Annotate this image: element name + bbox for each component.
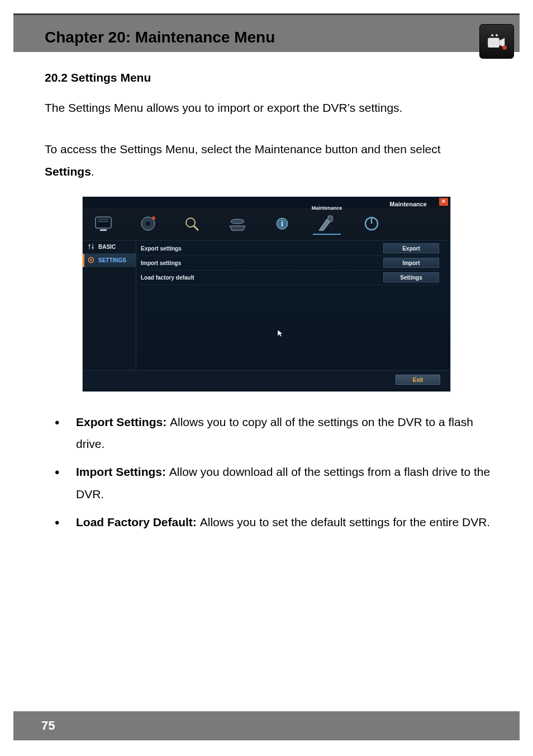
import-button[interactable]: Import (383, 258, 439, 268)
maintenance-icon[interactable]: Maintenance (313, 212, 341, 235)
svg-rect-5 (100, 229, 107, 231)
power-icon[interactable] (358, 212, 386, 235)
settings-rows: Export settings Export Import settings I… (136, 240, 450, 370)
p2-bold: Settings (45, 165, 91, 178)
document-page: Chapter 20: Maintenance Menu 20.2 Settin… (0, 0, 533, 756)
gear-icon (87, 256, 95, 264)
svg-point-1 (496, 34, 498, 36)
svg-point-20 (92, 247, 94, 249)
body-text: 20.2 Settings Menu The Settings Menu all… (13, 52, 520, 392)
svg-text:i: i (281, 219, 283, 228)
sidebar: BASIC SETTINGS (83, 240, 136, 370)
magnifier-icon[interactable] (179, 212, 207, 235)
p2-part-c: . (91, 165, 94, 178)
svg-point-11 (231, 219, 244, 224)
camera-icon (479, 24, 514, 59)
svg-point-19 (89, 245, 91, 247)
monitor-icon[interactable] (89, 212, 117, 235)
top-icon-row: i Maintenance (83, 208, 450, 240)
bullet-factory-term: Load Factory Default: (76, 516, 200, 528)
bullet-import-term: Import Settings: (76, 465, 169, 478)
svg-point-3 (502, 45, 507, 50)
sidebar-item-settings[interactable]: SETTINGS (83, 254, 136, 267)
maintenance-label: Maintenance (312, 204, 342, 213)
bullet-export: Export Settings: Allows you to copy all … (55, 411, 503, 456)
paragraph-2: To access the Settings Menu, select the … (45, 138, 488, 183)
bullet-import: Import Settings: Allow you download all … (55, 461, 503, 505)
svg-line-10 (194, 226, 198, 230)
sliders-icon (87, 243, 95, 251)
section-heading: 20.2 Settings Menu (45, 67, 488, 89)
svg-rect-14 (328, 216, 332, 221)
p2-part-a: To access the Settings Menu, select the … (45, 143, 441, 155)
content-area: BASIC SETTINGS Export settings Export (83, 240, 450, 370)
window-title: Maintenance (389, 199, 427, 210)
drive-icon[interactable] (223, 212, 251, 235)
svg-rect-2 (488, 38, 499, 48)
sidebar-item-basic[interactable]: BASIC (83, 240, 136, 254)
svg-point-7 (146, 221, 150, 226)
svg-point-9 (186, 218, 195, 227)
camera-record-icon[interactable] (134, 212, 162, 235)
row-factory-default: Load factory default Settings (141, 271, 439, 285)
svg-point-22 (91, 259, 92, 261)
svg-point-8 (152, 216, 155, 220)
export-button[interactable]: Export (383, 243, 439, 253)
dvr-screenshot: Maintenance ✕ i (82, 196, 451, 392)
row-export-label: Export settings (141, 243, 182, 254)
bullet-export-term: Export Settings: (76, 415, 170, 428)
bottom-bar: Exit (83, 370, 450, 389)
sidebar-basic-label: BASIC (98, 242, 116, 252)
bullet-list: Export Settings: Allows you to copy all … (13, 392, 520, 533)
info-icon[interactable]: i (268, 212, 296, 235)
settings-button[interactable]: Settings (383, 272, 439, 282)
page-number: 75 (41, 719, 55, 733)
window-titlebar: Maintenance ✕ (83, 197, 450, 208)
svg-rect-4 (96, 217, 111, 228)
cursor-icon (277, 329, 284, 342)
paragraph-1: The Settings Menu allows you to import o… (45, 97, 488, 119)
svg-point-0 (491, 34, 493, 36)
row-export: Export settings Export (141, 242, 439, 256)
row-import: Import settings Import (141, 256, 439, 271)
chapter-title: Chapter 20: Maintenance Menu (45, 29, 507, 46)
sidebar-settings-label: SETTINGS (98, 255, 126, 266)
row-factory-label: Load factory default (141, 272, 194, 283)
close-button[interactable]: ✕ (439, 198, 448, 206)
bullet-factory-desc: Allows you to set the default settings f… (200, 516, 490, 528)
chapter-header: Chapter 20: Maintenance Menu (13, 13, 520, 52)
footer-bar: 75 (13, 711, 520, 740)
row-import-label: Import settings (141, 258, 181, 268)
bullet-factory: Load Factory Default: Allows you to set … (55, 511, 503, 533)
exit-button[interactable]: Exit (396, 375, 440, 385)
